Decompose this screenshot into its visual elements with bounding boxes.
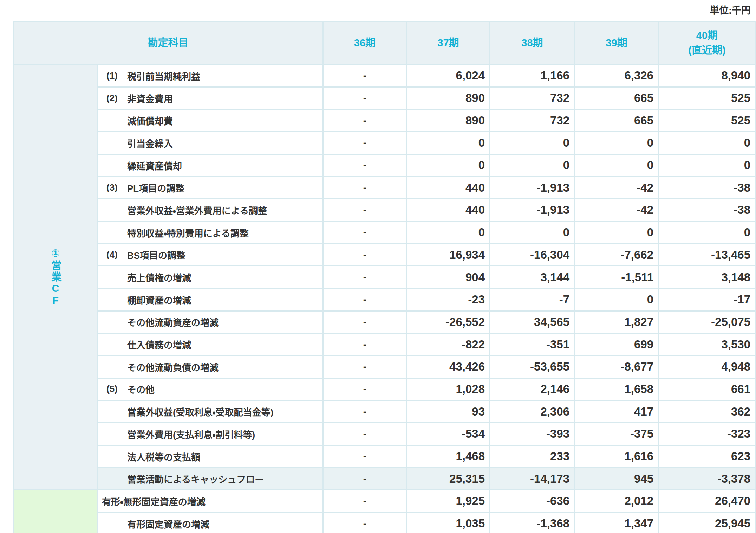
value-cell: - — [324, 289, 406, 310]
row-label-text: 営業外収益・営業外費用による調整 — [127, 204, 267, 217]
column-header-period-36: 36期 — [324, 22, 406, 64]
value-cell: 0 — [659, 222, 755, 243]
row-label-text: その他 — [127, 383, 155, 396]
value-cell: -351 — [490, 334, 574, 355]
value-cell: -42 — [575, 199, 658, 221]
value-cell: - — [324, 132, 406, 154]
value-cell: 16,934 — [407, 244, 489, 266]
value-cell: -822 — [407, 334, 489, 355]
value-cell: - — [324, 199, 406, 221]
section-cell-investing-cf — [14, 490, 97, 533]
value-cell: 440 — [407, 177, 489, 198]
row-label-cell: 特別収益・特別費用による調整 — [98, 222, 322, 243]
row-label-text: 営業外収益(受取利息・受取配当金等) — [127, 405, 273, 418]
cashflow-statement-page: 単位:千円 勘定科目 36期 37期 38期 39期 40期 (直近期) ①営業… — [0, 0, 756, 533]
column-header-period-40: 40期 (直近期) — [659, 22, 755, 64]
row-label-text: 減価償却費 — [127, 114, 173, 127]
value-cell: - — [324, 110, 406, 131]
value-cell: - — [324, 65, 406, 86]
operating-cf-vertical-label: ①営業CF — [48, 247, 63, 307]
value-cell: 0 — [575, 155, 658, 176]
value-cell: 0 — [575, 222, 658, 243]
value-cell: -7,662 — [575, 244, 658, 266]
value-cell: -25,075 — [659, 312, 755, 333]
value-cell: -26,552 — [407, 312, 489, 333]
value-cell: -1,368 — [490, 513, 574, 533]
value-cell: 25,945 — [659, 513, 755, 533]
row-label-text: 引当金繰入 — [127, 136, 173, 149]
row-label-cell: その他流動資産の増減 — [98, 312, 322, 333]
row-label-text: 非資金費用 — [127, 92, 173, 105]
row-label-text: 有形固定資産の増減 — [127, 517, 209, 530]
row-number-prefix: (1) — [106, 70, 127, 81]
value-cell: - — [324, 334, 406, 355]
row-label-cell: その他流動負債の増減 — [98, 356, 322, 378]
value-cell: 665 — [575, 88, 658, 109]
row-label-cell: (4)BS項目の調整 — [98, 244, 322, 266]
value-cell: 440 — [407, 199, 489, 221]
value-cell: 525 — [659, 110, 755, 131]
value-cell: -393 — [490, 423, 574, 445]
value-cell: 0 — [490, 155, 574, 176]
value-cell: 34,565 — [490, 312, 574, 333]
row-label-text: 営業活動によるキャッシュフロー — [127, 472, 264, 485]
row-number-prefix: (4) — [106, 249, 127, 260]
value-cell: 661 — [659, 379, 755, 400]
row-label-text: 特別収益・特別費用による調整 — [127, 226, 249, 239]
value-cell: -42 — [575, 177, 658, 198]
value-cell: 43,426 — [407, 356, 489, 378]
row-label-cell: 繰延資産償却 — [98, 155, 322, 176]
value-cell: - — [324, 513, 406, 533]
value-cell: 8,940 — [659, 65, 755, 86]
column-header-account: 勘定科目 — [14, 22, 322, 64]
value-cell: -375 — [575, 423, 658, 445]
value-cell: 890 — [407, 110, 489, 131]
value-cell: -1,913 — [490, 199, 574, 221]
value-cell: - — [324, 88, 406, 109]
value-cell: 623 — [659, 446, 755, 467]
value-cell: - — [324, 423, 406, 445]
value-cell: -13,465 — [659, 244, 755, 266]
value-cell: 0 — [659, 155, 755, 176]
value-cell: 0 — [490, 132, 574, 154]
value-cell: 1,028 — [407, 379, 489, 400]
value-cell: 1,925 — [407, 490, 489, 512]
value-cell: 699 — [575, 334, 658, 355]
value-cell: -23 — [407, 289, 489, 310]
value-cell: 3,530 — [659, 334, 755, 355]
column-header-period-37: 37期 — [407, 22, 489, 64]
value-cell: 1,827 — [575, 312, 658, 333]
value-cell: 945 — [575, 468, 658, 489]
row-label-text: 法人税等の支払額 — [127, 450, 200, 463]
row-label-cell: 引当金繰入 — [98, 132, 322, 154]
value-cell: 0 — [407, 155, 489, 176]
value-cell: -38 — [659, 199, 755, 221]
value-cell: - — [324, 356, 406, 378]
row-label-text: 仕入債務の増減 — [127, 338, 191, 351]
cashflow-table: 勘定科目 36期 37期 38期 39期 40期 (直近期) ①営業CF (1)… — [13, 21, 756, 533]
value-cell: 732 — [490, 110, 574, 131]
value-cell: 904 — [407, 266, 489, 288]
row-label-cell: 仕入債務の増減 — [98, 334, 322, 355]
value-cell: 2,306 — [490, 401, 574, 422]
value-cell: 732 — [490, 88, 574, 109]
row-label-cell: 売上債権の増減 — [98, 266, 322, 288]
row-label-cell: (5)その他 — [98, 379, 322, 400]
value-cell: - — [324, 468, 406, 489]
value-cell: -3,378 — [659, 468, 755, 489]
value-cell: 1,035 — [407, 513, 489, 533]
value-cell: -636 — [490, 490, 574, 512]
value-cell: 0 — [407, 132, 489, 154]
row-label-cell: 営業活動によるキャッシュフロー — [98, 468, 322, 489]
row-label-cell: (1)税引前当期純利益 — [98, 65, 322, 86]
value-cell: -17 — [659, 289, 755, 310]
value-cell: - — [324, 446, 406, 467]
row-label-cell: 営業外収益・営業外費用による調整 — [98, 199, 322, 221]
value-cell: - — [324, 379, 406, 400]
value-cell: 2,146 — [490, 379, 574, 400]
column-header-period-38: 38期 — [490, 22, 574, 64]
row-label-cell: (2)非資金費用 — [98, 88, 322, 109]
value-cell: 3,148 — [659, 266, 755, 288]
row-label-text: BS項目の調整 — [127, 248, 185, 261]
value-cell: 362 — [659, 401, 755, 422]
